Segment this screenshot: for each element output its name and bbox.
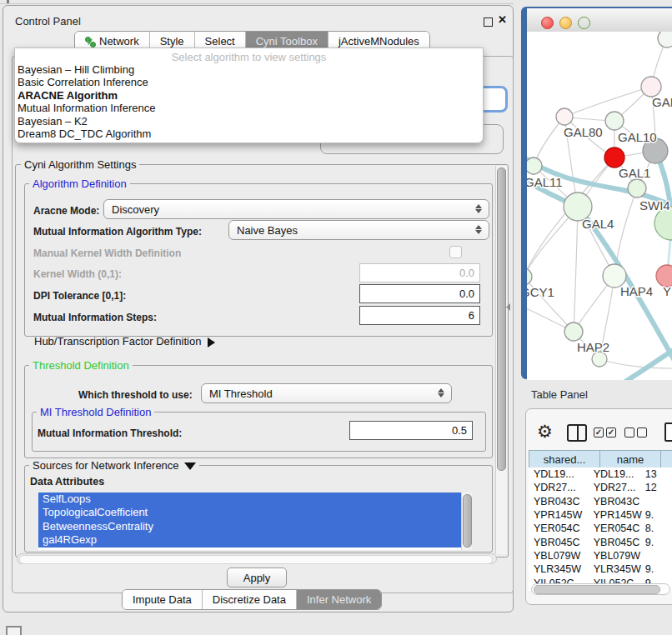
list-vertical-scrollbar[interactable] (461, 492, 472, 550)
node-label: GAL10 (618, 130, 657, 144)
algorithm-option-selected[interactable]: ARACNE Algorithm (15, 89, 483, 102)
list-item[interactable]: TopologicalCoefficient (38, 506, 472, 519)
export-table-icon[interactable] (664, 422, 672, 442)
dpi-tolerance-label: DPI Tolerance [0,1]: (33, 290, 126, 302)
node-label: GAL4 (582, 217, 614, 231)
which-threshold-label: Which threshold to use: (78, 389, 193, 401)
aracne-mode-value: Discovery (112, 203, 159, 216)
kernel-width-input[interactable]: 0.0 (359, 263, 480, 282)
deselect-checkbox-icon[interactable] (637, 428, 647, 438)
manual-kernel-checkbox[interactable] (449, 246, 462, 258)
algorithm-option[interactable]: Dream8 DC_TDC Algorithm (15, 128, 483, 140)
table-row[interactable]: YBL079WYBL079W (529, 549, 672, 562)
cell: YPR145W (590, 509, 642, 521)
column-header-name[interactable]: name (599, 450, 660, 468)
node-label: HAP2 (577, 340, 609, 354)
list-item[interactable]: gal4RGexp (38, 533, 472, 547)
hub-definition-toggle[interactable]: Hub/Transcription Factor Definition (34, 335, 215, 348)
cell: YER054C (529, 522, 590, 534)
settings-vertical-scrollbar[interactable] (495, 166, 507, 554)
network-window-titlebar[interactable] (527, 8, 672, 32)
table-body[interactable]: YDL19...YDL19...13 YDR27...YDR27...12 YB… (529, 468, 672, 591)
list-item[interactable]: BetweennessCentrality (38, 520, 472, 533)
dpi-tolerance-input[interactable]: 0.0 (359, 284, 480, 303)
close-panel-icon[interactable]: ✕ (498, 13, 507, 26)
combo-stepper-icon (475, 203, 482, 214)
tab-impute-data[interactable]: Impute Data (123, 590, 203, 609)
table-horizontal-scrollbar[interactable] (531, 583, 670, 595)
which-threshold-combobox[interactable]: MI Threshold (201, 383, 452, 403)
expand-right-icon (208, 338, 215, 348)
table-row[interactable]: YBR045CYBR045C9. (529, 535, 672, 548)
mi-threshold-value: 0.5 (452, 424, 467, 437)
scrollbar-thumb[interactable] (497, 168, 506, 471)
cell: 8. (642, 522, 672, 534)
cell: 9. (642, 537, 672, 548)
table-row[interactable]: YDR27...YDR27...12 (529, 481, 672, 494)
select-all-checkbox-icon[interactable]: ✓ (606, 428, 616, 438)
table-row[interactable]: YBR043CYBR043C (529, 495, 672, 508)
algorithm-option[interactable]: Bayesian – K2 (15, 115, 483, 128)
top-divider (0, 3, 514, 4)
close-traffic-light-icon[interactable] (541, 17, 554, 29)
mi-steps-label: Mutual Information Steps: (33, 312, 157, 323)
column-header-shared-name[interactable]: shared... (529, 450, 599, 468)
table-row[interactable]: YPR145WYPR145W9. (529, 508, 672, 522)
mi-threshold-group: MI Threshold Definition Mutual Informati… (32, 412, 486, 452)
minimized-panel-icon[interactable] (6, 626, 22, 635)
network-canvas[interactable]: GAL GAL80 GAL10 GAL1 GAL11 SWI4 GAL4 GCY… (527, 32, 672, 380)
data-attributes-list[interactable]: SelfLoops TopologicalCoefficient Between… (38, 492, 472, 550)
tab-discretize-data[interactable]: Discretize Data (203, 590, 297, 609)
table-header: shared... name A (529, 450, 672, 468)
cell: YPR145W (529, 509, 590, 521)
table-row[interactable]: YDL19...YDL19...13 (529, 468, 672, 481)
table-row[interactable]: YER054CYER054C8. (529, 522, 672, 535)
network-icon (85, 37, 95, 47)
mi-steps-value: 6 (469, 309, 474, 322)
sources-title: Sources for Network Inference (33, 459, 179, 472)
tab-jactivemnodules-label: jActiveMNodules (339, 35, 419, 48)
scrollbar-thumb[interactable] (534, 585, 660, 594)
tab-infer-network-label: Infer Network (307, 593, 371, 606)
algorithm-option[interactable]: Bayesian – Hill Climbing (15, 63, 483, 76)
tab-infer-network[interactable]: Infer Network (297, 590, 381, 609)
minimize-traffic-light-icon[interactable] (559, 17, 572, 29)
network-graph: GAL GAL80 GAL10 GAL1 GAL11 SWI4 GAL4 GCY… (527, 32, 672, 380)
kernel-width-value: 0.0 (459, 267, 474, 279)
combo-stepper-icon (475, 224, 482, 235)
column-header-cut[interactable]: A (660, 450, 672, 468)
columns-icon[interactable] (567, 424, 587, 442)
list-item[interactable]: SelfLoops (38, 492, 472, 506)
deselect-checkbox-icon[interactable] (624, 428, 634, 438)
table-panel-title: Table Panel (531, 388, 588, 401)
cell: YDL19... (529, 468, 590, 480)
cell: YDR27... (529, 482, 590, 493)
cell: YLR345W (529, 563, 590, 575)
select-all-checkbox-icon[interactable]: ✓ (594, 428, 604, 438)
combo-stepper-icon (438, 388, 444, 398)
algorithm-option[interactable]: Mutual Information Inference (15, 102, 483, 114)
mi-steps-input[interactable]: 6 (359, 306, 480, 325)
cell: YLR345W (590, 563, 642, 575)
table-row[interactable]: YLR345WYLR345W9. (529, 562, 672, 576)
scrollbar-thumb[interactable] (463, 494, 472, 548)
node-label: GCY1 (527, 285, 554, 299)
float-panel-icon[interactable] (484, 18, 493, 27)
zoom-traffic-light-icon[interactable] (578, 17, 590, 29)
algorithm-option[interactable]: Basic Correlation Inference (15, 76, 483, 88)
sources-title-row[interactable]: Sources for Network Inference (29, 459, 199, 472)
aracne-mode-combobox[interactable]: Discovery (103, 199, 489, 219)
settings-horizontal-scrollbar[interactable] (17, 553, 497, 564)
apply-button[interactable]: Apply (227, 568, 287, 588)
network-view-window: GAL GAL80 GAL10 GAL1 GAL11 SWI4 GAL4 GCY… (521, 7, 672, 379)
scrollbar-thumb[interactable] (19, 555, 493, 564)
node-label: SWI4 (639, 198, 670, 212)
mi-type-combobox[interactable]: Naive Bayes (228, 220, 489, 240)
tab-style-label: Style (160, 35, 184, 48)
node-label: GAL11 (527, 175, 563, 189)
gear-icon[interactable]: ⚙ (537, 422, 553, 442)
sources-group: Sources for Network Inference Data Attri… (24, 465, 493, 552)
desktop: { "window": { "title": "Control Panel" }… (0, 0, 672, 635)
mi-threshold-input[interactable]: 0.5 (349, 421, 473, 440)
tab-discretize-data-label: Discretize Data (213, 593, 286, 606)
